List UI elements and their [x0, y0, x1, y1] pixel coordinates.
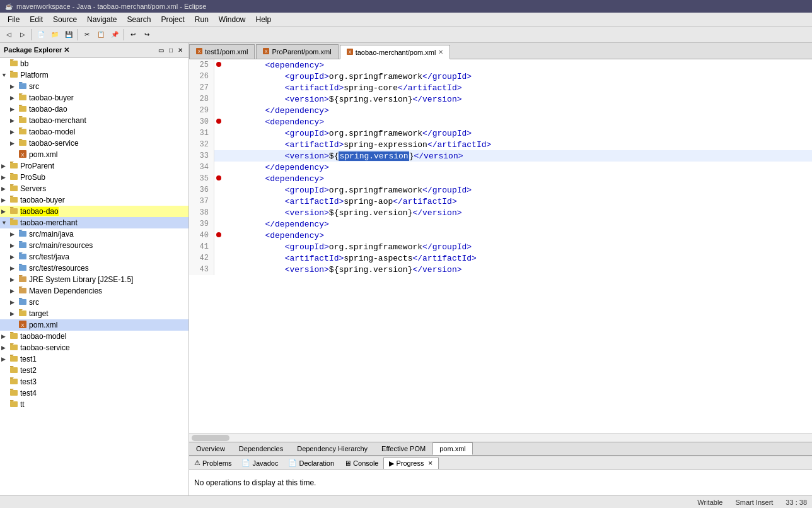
code-line-27[interactable]: 27 <artifactId>spring-core</artifactId>	[189, 82, 812, 93]
tree-item-platform[interactable]: ▼Platform	[0, 69, 188, 81]
tree-item-src-main-res[interactable]: ▶src/main/resources	[0, 240, 188, 251]
console-tab-declaration[interactable]: 📄 Declaration	[283, 458, 339, 468]
tab-proparent[interactable]: XProParent/pom.xml	[256, 44, 338, 59]
code-line-41[interactable]: 41 <groupId>org.springframework</groupId…	[189, 241, 812, 252]
tree-item-taobao-buyer1[interactable]: ▶taobao-buyer	[0, 92, 188, 103]
tree-item-taobao-service2[interactable]: ▶taobao-service	[0, 342, 188, 353]
menu-item-source[interactable]: Source	[48, 14, 82, 25]
tree-item-jre[interactable]: ▶JRE System Library [J2SE-1.5]	[0, 274, 188, 285]
tree-item-prosub[interactable]: ▶ProSub	[0, 172, 188, 183]
tree-item-taobao-buyer2[interactable]: ▶taobao-buyer	[0, 194, 188, 206]
menu-item-help[interactable]: Help	[251, 14, 277, 25]
code-line-29[interactable]: 29 </dependency>	[189, 105, 812, 116]
tree-item-test1[interactable]: ▶test1	[0, 353, 188, 365]
code-line-32[interactable]: 32 <artifactId>spring-expression</artifa…	[189, 139, 812, 150]
code-line-28[interactable]: 28 <version>${spring.version}</version>	[189, 93, 812, 105]
svg-rect-24	[10, 197, 18, 203]
tree-item-servers[interactable]: ▶Servers	[0, 183, 188, 194]
h-scroll-thumb[interactable]	[192, 435, 229, 441]
code-line-33[interactable]: 33 <version>${spring.version}</version>	[189, 150, 812, 162]
tree-item-taobao-merchant2[interactable]: ▼taobao-merchant	[0, 217, 188, 228]
code-editor[interactable]: 25 <dependency>26 <groupId>org.springfra…	[189, 59, 812, 433]
tree-item-target[interactable]: ▶target	[0, 308, 188, 319]
tree-item-src[interactable]: ▶src	[0, 81, 188, 92]
code-line-35[interactable]: 35 <dependency>	[189, 173, 812, 184]
code-line-36[interactable]: 36 <groupId>org.springframework</groupId…	[189, 184, 812, 196]
svg-marker-39	[19, 275, 23, 276]
tree-icon-taobao-merchant2	[9, 218, 19, 228]
code-line-31[interactable]: 31 <groupId>org.springframework</groupId…	[189, 127, 812, 139]
tree-icon-test4	[9, 388, 19, 398]
line-number-30: 30	[189, 116, 214, 127]
tree-item-pom2[interactable]: Xpom.xml	[0, 319, 188, 331]
toolbar-btn-9[interactable]: ↩	[127, 28, 139, 41]
h-scrollbar[interactable]	[189, 433, 812, 442]
code-line-30[interactable]: 30 <dependency>	[189, 116, 812, 127]
sidebar-close[interactable]: ✕	[176, 46, 185, 54]
tree-item-proparent[interactable]: ▶ProParent	[0, 160, 188, 172]
tree-item-taobao-merchant1[interactable]: ▶taobao-merchant	[0, 115, 188, 126]
tree-item-pom1[interactable]: Xpom.xml	[0, 149, 188, 160]
sidebar-maximize[interactable]: □	[167, 46, 175, 54]
bottom-tab-0[interactable]: Overview	[189, 442, 232, 455]
line-number-25: 25	[189, 59, 214, 71]
tree-item-taobao-service1[interactable]: ▶taobao-service	[0, 138, 188, 149]
menu-item-run[interactable]: Run	[190, 14, 214, 25]
tree-item-src2[interactable]: ▶src	[0, 297, 188, 308]
tab-test1[interactable]: Xtest1/pom.xml	[189, 44, 255, 59]
console-tab-close-progress[interactable]: ✕	[428, 460, 433, 466]
tree-item-maven-dep[interactable]: ▶Maven Dependencies	[0, 285, 188, 297]
tree-item-bb[interactable]: bb	[0, 58, 188, 69]
toolbar-btn-5[interactable]: 💾	[62, 28, 75, 41]
tree-item-test2[interactable]: test2	[0, 365, 188, 376]
tree-icon-taobao-model1	[18, 127, 28, 137]
toolbar-btn-1[interactable]: ◁	[3, 28, 15, 41]
tree-item-test4[interactable]: test4	[0, 387, 188, 399]
tree-item-src-main-java[interactable]: ▶src/main/java	[0, 228, 188, 240]
console-tab-javadoc[interactable]: 📄 Javadoc	[236, 458, 283, 468]
code-line-25[interactable]: 25 <dependency>	[189, 59, 812, 71]
tab-merchant[interactable]: Xtaobao-merchant/pom.xml✕	[340, 45, 451, 59]
code-line-42[interactable]: 42 <artifactId>spring-aspects</artifactI…	[189, 252, 812, 264]
code-spaces	[226, 106, 265, 115]
code-line-26[interactable]: 26 <groupId>org.springframework</groupId…	[189, 71, 812, 82]
bottom-tab-4[interactable]: pom.xml	[432, 442, 473, 455]
tree-item-taobao-model1[interactable]: ▶taobao-model	[0, 126, 188, 138]
code-line-40[interactable]: 40 <dependency>	[189, 230, 812, 241]
code-line-43[interactable]: 43 <version>${spring.version}</version>	[189, 264, 812, 275]
tree-item-tt[interactable]: tt	[0, 399, 188, 410]
code-line-39[interactable]: 39 </dependency>	[189, 218, 812, 230]
console-tab-console[interactable]: 🖥 Console	[339, 458, 383, 468]
code-line-37[interactable]: 37 <artifactId>spring-aop</artifactId>	[189, 196, 812, 207]
menu-item-navigate[interactable]: Navigate	[82, 14, 122, 25]
toolbar-btn-8[interactable]: 📌	[108, 28, 121, 41]
tree-item-taobao-dao2[interactable]: ▶taobao-dao	[0, 206, 188, 217]
toolbar-btn-10[interactable]: ↪	[141, 28, 153, 41]
menu-item-window[interactable]: Window	[214, 14, 251, 25]
bottom-tab-1[interactable]: Dependencies	[232, 442, 290, 455]
code-line-34[interactable]: 34 </dependency>	[189, 162, 812, 173]
console-tab-problems[interactable]: ⚠ Problems	[189, 458, 236, 468]
toolbar-btn-3[interactable]: 📄	[35, 28, 47, 41]
tree-item-taobao-model2[interactable]: ▶taobao-model	[0, 331, 188, 342]
sidebar-minimize[interactable]: ▭	[156, 46, 166, 54]
bottom-tab-3[interactable]: Effective POM	[374, 442, 432, 455]
svg-rect-36	[19, 265, 26, 271]
toolbar-btn-7[interactable]: 📋	[95, 28, 107, 41]
menu-item-project[interactable]: Project	[156, 14, 189, 25]
toolbar-btn-4[interactable]: 📁	[49, 28, 61, 41]
toolbar-btn-2[interactable]: ▷	[16, 28, 29, 41]
menu-item-search[interactable]: Search	[122, 14, 156, 25]
code-line-38[interactable]: 38 <version>${spring.version}</version>	[189, 207, 812, 218]
console-tab-progress[interactable]: ▶ Progress✕	[383, 458, 439, 469]
toolbar-btn-6[interactable]: ✂	[81, 28, 93, 41]
tree-item-src-test-res[interactable]: ▶src/test/resources	[0, 263, 188, 274]
tree-item-taobao-dao1[interactable]: ▶taobao-dao	[0, 103, 188, 115]
menu-item-file[interactable]: File	[3, 14, 25, 25]
tree-label-tt: tt	[20, 400, 25, 409]
tab-close-tab-merchant[interactable]: ✕	[438, 49, 443, 56]
tree-item-src-test-java[interactable]: ▶src/test/java	[0, 251, 188, 263]
tree-item-test3[interactable]: test3	[0, 376, 188, 387]
bottom-tab-2[interactable]: Dependency Hierarchy	[290, 442, 374, 455]
menu-item-edit[interactable]: Edit	[25, 14, 48, 25]
